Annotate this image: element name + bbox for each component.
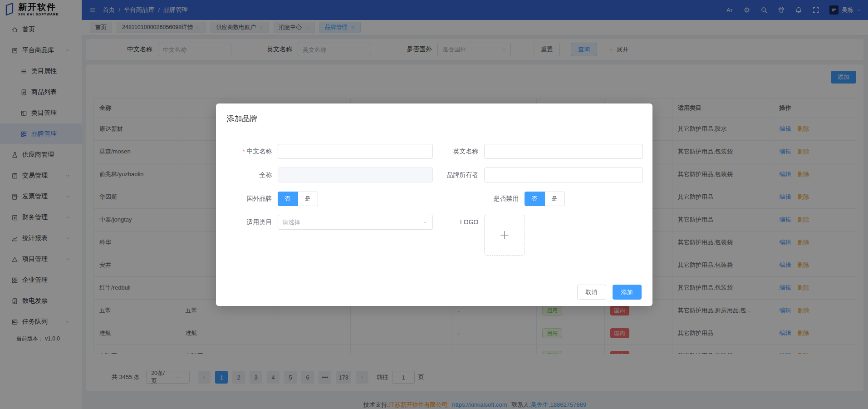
modal-logo-field: LOGO bbox=[438, 215, 525, 256]
foreign-yes-button[interactable]: 是 bbox=[298, 192, 318, 206]
cancel-button[interactable]: 取消 bbox=[577, 285, 606, 300]
modal-owner-input[interactable] bbox=[484, 168, 643, 182]
modal-cn-name-input[interactable] bbox=[278, 144, 433, 159]
add-brand-form: 中文名称 英文名称 全称 品牌所有者 国外品牌 否 是 bbox=[227, 144, 642, 256]
modal-disabled-field: 是否禁用 否 是 bbox=[478, 191, 565, 206]
categories-select[interactable]: 请选择 bbox=[278, 215, 433, 230]
modal-foreign-field: 国外品牌 否 是 bbox=[227, 191, 318, 206]
dialog-title: 添加品牌 bbox=[227, 113, 642, 124]
modal-full-name-field: 全称 bbox=[227, 168, 433, 182]
disabled-no-button[interactable]: 否 bbox=[525, 192, 545, 206]
disabled-toggle: 否 是 bbox=[525, 192, 565, 206]
modal-categories-field: 适用类目 请选择 bbox=[227, 215, 433, 230]
dialog-footer: 取消 添加 bbox=[577, 285, 642, 300]
foreign-no-button[interactable]: 否 bbox=[278, 192, 298, 206]
modal-en-name-label: 英文名称 bbox=[438, 144, 479, 159]
modal-full-name-input bbox=[278, 168, 433, 182]
modal-cn-name-label: 中文名称 bbox=[227, 144, 272, 159]
disabled-yes-button[interactable]: 是 bbox=[545, 192, 565, 206]
modal-en-name-input[interactable] bbox=[484, 144, 643, 159]
confirm-add-button[interactable]: 添加 bbox=[613, 285, 642, 300]
add-brand-dialog: 添加品牌 中文名称 英文名称 全称 品牌所有者 国外品牌 bbox=[216, 103, 652, 306]
modal-foreign-label: 国外品牌 bbox=[227, 191, 272, 206]
logo-upload[interactable] bbox=[484, 215, 525, 256]
modal-cn-name-field: 中文名称 bbox=[227, 144, 433, 159]
modal-en-name-field: 英文名称 bbox=[438, 144, 643, 159]
foreign-toggle: 否 是 bbox=[278, 192, 318, 206]
plus-icon bbox=[499, 229, 510, 241]
modal-owner-label: 品牌所有者 bbox=[438, 168, 479, 182]
chevron-down-icon bbox=[422, 220, 428, 225]
modal-owner-field: 品牌所有者 bbox=[438, 168, 643, 182]
modal-full-name-label: 全称 bbox=[227, 168, 272, 182]
modal-disabled-label: 是否禁用 bbox=[478, 191, 519, 206]
modal-logo-label: LOGO bbox=[438, 215, 479, 230]
modal-categories-label: 适用类目 bbox=[227, 215, 272, 230]
